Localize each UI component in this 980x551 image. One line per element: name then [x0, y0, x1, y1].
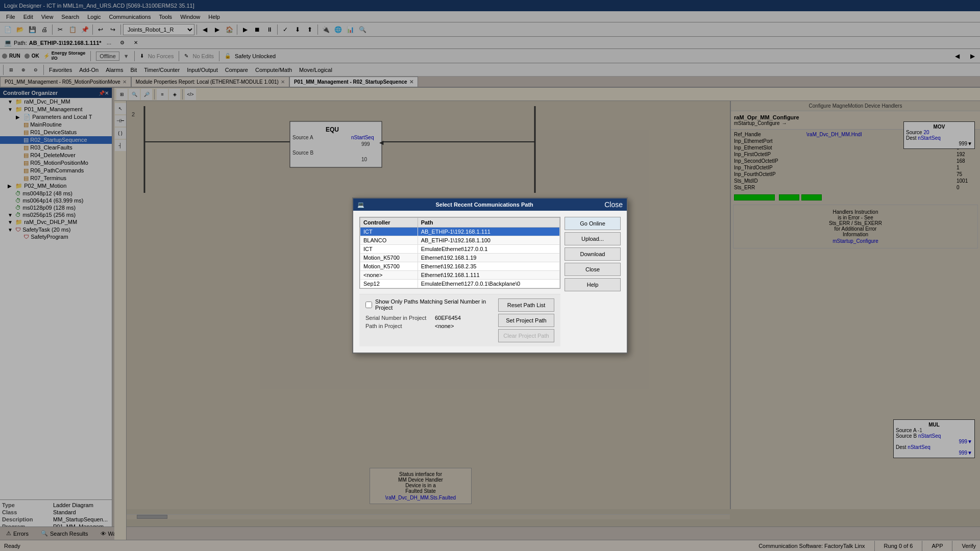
- row-6-controller: Sep12: [360, 280, 418, 288]
- table-row-2[interactable]: ICT EmulateEthernet\127.0.0.1: [360, 245, 560, 254]
- help-modal-btn[interactable]: Help: [565, 278, 621, 291]
- upload-btn[interactable]: Upload...: [565, 232, 621, 245]
- row-4-controller: Motion_K5700: [360, 262, 418, 271]
- path-in-proj-label: Path in Project: [365, 323, 427, 329]
- row-5-path: Ethernet\192.168.1.111: [418, 271, 559, 280]
- serial-match-label: Show Only Paths Matching Serial Number i…: [375, 298, 492, 311]
- modal-action-buttons: Go Online Upload... Download Close Help: [565, 217, 621, 346]
- row-1-controller: BLANCO: [360, 236, 418, 245]
- table-row-6[interactable]: Sep12 EmulateEthernet\127.0.0.1\Backplan…: [360, 280, 560, 288]
- table-row-3[interactable]: Motion_K5700 Ethernet\192.168.1.19: [360, 254, 560, 262]
- comm-path-table-wrapper: Controller Path ICT AB_ETHIP-1\192.168.1…: [359, 217, 560, 289]
- modal-close-button[interactable]: Close: [604, 201, 623, 209]
- modal-title: Select Recent Communications Path: [435, 202, 533, 208]
- row-2-controller: ICT: [360, 245, 418, 254]
- modal-dialog: 💻 Select Recent Communications Path Clos…: [352, 197, 628, 354]
- row-2-path: EmulateEthernet\127.0.0.1: [418, 245, 559, 254]
- row-3-path: Ethernet\192.168.1.19: [418, 254, 559, 262]
- modal-body: Controller Path ICT AB_ETHIP-1\192.168.1…: [353, 211, 627, 353]
- table-row-0[interactable]: ICT AB_ETHIP-1\192.168.1.111: [360, 228, 560, 236]
- row-3-controller: Motion_K5700: [360, 254, 418, 262]
- modal-titlebar: 💻 Select Recent Communications Path Clos…: [353, 198, 627, 211]
- reset-path-btn[interactable]: Reset Path List: [498, 298, 554, 312]
- modal-footer: Show Only Paths Matching Serial Number i…: [359, 294, 560, 346]
- row-5-controller: <none>: [360, 271, 418, 280]
- serial-value: 60EF6454: [435, 315, 461, 321]
- modal-titlebar-icon: 💻: [357, 202, 364, 208]
- table-row-5[interactable]: <none> Ethernet\192.168.1.111: [360, 271, 560, 280]
- clear-project-path-btn[interactable]: Clear Project Path: [498, 329, 554, 342]
- go-online-btn[interactable]: Go Online: [565, 217, 621, 230]
- set-project-path-btn[interactable]: Set Project Path: [498, 314, 554, 327]
- row-0-controller: ICT: [360, 228, 418, 236]
- serial-match-checkbox[interactable]: [365, 302, 372, 308]
- modal-overlay: 💻 Select Recent Communications Path Clos…: [0, 0, 980, 551]
- row-6-path: EmulateEthernet\127.0.0.1\Backplane\0: [418, 280, 559, 288]
- col-path: Path: [418, 218, 559, 228]
- download-modal-btn[interactable]: Download: [565, 247, 621, 261]
- row-4-path: Ethernet\192.168.2.35: [418, 262, 559, 271]
- row-0-path: AB_ETHIP-1\192.168.1.111: [418, 228, 559, 236]
- close-modal-btn[interactable]: Close: [565, 263, 621, 276]
- table-row-1[interactable]: BLANCO AB_ETHIP-1\192.168.1.100: [360, 236, 560, 245]
- path-in-proj-value: <none>: [435, 323, 454, 329]
- comm-path-table: Controller Path ICT AB_ETHIP-1\192.168.1…: [360, 217, 560, 288]
- serial-label: Serial Number in Project: [365, 315, 427, 321]
- row-1-path: AB_ETHIP-1\192.168.1.100: [418, 236, 559, 245]
- table-row-4[interactable]: Motion_K5700 Ethernet\192.168.2.35: [360, 262, 560, 271]
- col-controller: Controller: [360, 218, 418, 228]
